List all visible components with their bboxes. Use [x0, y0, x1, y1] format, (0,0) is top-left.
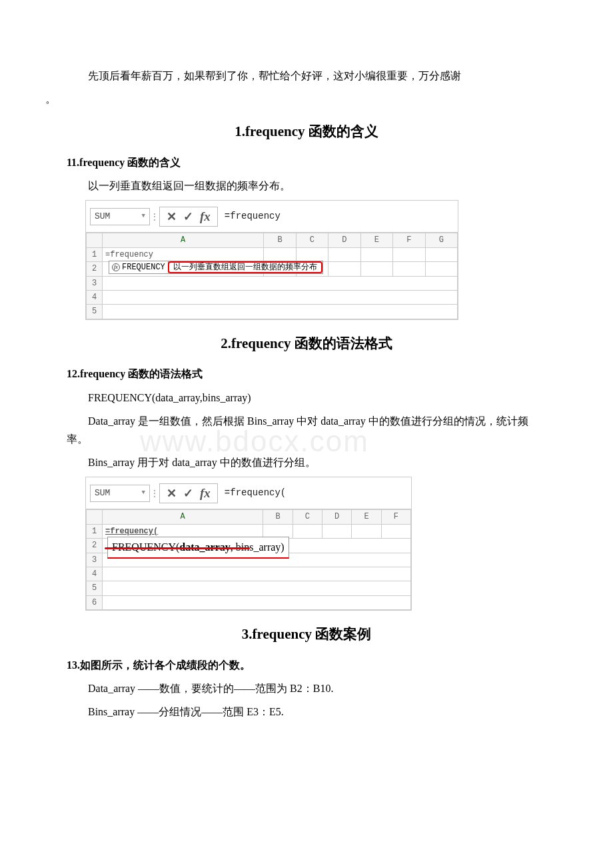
section2-subtitle: 12.frequency 函数的语法格式 [67, 365, 546, 383]
cell[interactable] [425, 262, 457, 276]
col-F[interactable]: F [381, 510, 410, 524]
intro-paragraph: 先顶后看年薪百万，如果帮到了你，帮忙给个好评，这对小编很重要，万分感谢 [67, 67, 546, 85]
cell[interactable] [393, 262, 425, 276]
section2-title: 2.frequency 函数的语法格式 [67, 332, 546, 356]
dropdown-icon: ▼ [142, 488, 145, 498]
cell[interactable] [393, 247, 425, 261]
autocomplete-popup[interactable]: fx FREQUENCY 以一列垂直数组返回一组数据的频率分布 [109, 261, 323, 274]
cell[interactable] [103, 291, 458, 305]
grid-corner [87, 510, 103, 524]
row-5[interactable]: 5 [87, 305, 103, 319]
cell[interactable] [293, 524, 322, 538]
cell[interactable] [103, 305, 458, 319]
col-D[interactable]: D [322, 510, 352, 524]
fx-icon[interactable]: fx [200, 206, 211, 227]
col-A[interactable]: A [103, 510, 263, 524]
section3-line1: Data_array ——数值，要统计的——范围为 B2：B10. [67, 679, 546, 697]
cell[interactable] [360, 262, 392, 276]
row-3[interactable]: 3 [87, 276, 103, 290]
cell[interactable] [296, 247, 328, 261]
cell[interactable] [352, 524, 381, 538]
section1-desc: 以一列垂直数组返回一组数据的频率分布。 [67, 177, 546, 195]
col-G[interactable]: G [425, 233, 457, 247]
formula-controls-2: ✕ ✓ fx [159, 483, 218, 503]
col-D[interactable]: D [328, 233, 360, 247]
row-4[interactable]: 4 [87, 567, 103, 581]
row-5[interactable]: 5 [87, 581, 103, 595]
col-B[interactable]: B [263, 510, 293, 524]
section2-desc2: Bins_array 用于对 data_array 中的数值进行分组。 [67, 453, 546, 471]
grid-2: A B C D E F 1 =frequency( 2 3 4 5 6 [86, 509, 411, 610]
name-box-text-2: SUM [95, 486, 110, 501]
row-1[interactable]: 1 [87, 247, 103, 261]
cell[interactable] [425, 247, 457, 261]
cell[interactable] [328, 247, 360, 261]
suggestion-item[interactable]: fx FREQUENCY [109, 261, 169, 273]
section1-title: 1.frequency 函数的含义 [67, 120, 546, 144]
section3-title: 3.frequency 函数案例 [67, 623, 546, 647]
cell[interactable] [103, 276, 458, 290]
accept-icon[interactable]: ✓ [183, 207, 193, 227]
section2-desc1-text: Data_array 是一组数值，然后根据 Bins_array 中对 data… [67, 415, 528, 445]
figure-1: SUM ▼ ⋮ ✕ ✓ fx =frequency A B C D E F G … [85, 200, 458, 319]
formula-text: =frequency [225, 209, 281, 225]
row-2[interactable]: 2 [87, 262, 103, 276]
cell[interactable] [103, 567, 411, 581]
row-1[interactable]: 1 [87, 524, 103, 538]
name-box-2[interactable]: SUM ▼ [90, 485, 150, 502]
row-4[interactable]: 4 [87, 291, 103, 305]
col-E[interactable]: E [352, 510, 381, 524]
cancel-icon[interactable]: ✕ [167, 483, 177, 504]
section3-line2: Bins_array ——分组情况——范围 E3：E5. [67, 703, 546, 721]
grid-1: A B C D E F G 1 =frequency 2 3 4 5 [86, 233, 458, 319]
cell[interactable] [381, 524, 410, 538]
row-6[interactable]: 6 [87, 595, 103, 609]
suggestion-name: FREQUENCY [122, 261, 165, 274]
cancel-icon[interactable]: ✕ [167, 207, 177, 227]
section3-subtitle: 13.如图所示，统计各个成绩段的个数。 [67, 656, 546, 674]
dropdown-icon: ▼ [142, 211, 145, 221]
grid-corner [87, 233, 103, 247]
figure-2: SUM ▼ ⋮ ✕ ✓ fx =frequency( A B C D E F 1… [85, 477, 412, 611]
row-2[interactable]: 2 [87, 539, 103, 553]
fx-icon[interactable]: fx [200, 483, 211, 504]
cell[interactable] [103, 581, 411, 595]
cell[interactable] [322, 524, 352, 538]
separator-icon: ⋮ [150, 210, 159, 223]
cell[interactable] [103, 595, 411, 609]
col-B[interactable]: B [264, 233, 296, 247]
cell[interactable] [328, 262, 360, 276]
col-A[interactable]: A [103, 233, 264, 247]
formula-controls: ✕ ✓ fx [159, 207, 218, 227]
name-box[interactable]: SUM ▼ [90, 208, 150, 225]
fx-small-icon: fx [112, 263, 120, 271]
separator-icon: ⋮ [150, 487, 159, 500]
suggestion-desc: 以一列垂直数组返回一组数据的频率分布 [168, 261, 322, 273]
cell[interactable] [360, 247, 392, 261]
cell[interactable] [264, 247, 296, 261]
red-highlight [105, 547, 250, 549]
formula-text-2: =frequency( [225, 485, 286, 501]
name-box-text: SUM [95, 209, 110, 224]
col-F[interactable]: F [393, 233, 425, 247]
col-C[interactable]: C [296, 233, 328, 247]
row-3[interactable]: 3 [87, 553, 103, 567]
section2-desc1: Data_array 是一组数值，然后根据 Bins_array 中对 data… [67, 412, 546, 448]
section2-syntax: FREQUENCY(data_array,bins_array) [67, 389, 546, 407]
section1-subtitle: 11.frequency 函数的含义 [67, 153, 546, 171]
formula-bar: SUM ▼ ⋮ ✕ ✓ fx =frequency [86, 201, 458, 233]
intro-text: 先顶后看年薪百万，如果帮到了你，帮忙给个好评，这对小编很重要，万分感谢 [88, 70, 461, 81]
formula-bar-2: SUM ▼ ⋮ ✕ ✓ fx =frequency( [86, 477, 411, 509]
accept-icon[interactable]: ✓ [183, 483, 193, 504]
col-C[interactable]: C [293, 510, 322, 524]
period-mark: 。 [45, 90, 525, 108]
col-E[interactable]: E [360, 233, 392, 247]
cell-A1[interactable]: =frequency [103, 247, 264, 261]
